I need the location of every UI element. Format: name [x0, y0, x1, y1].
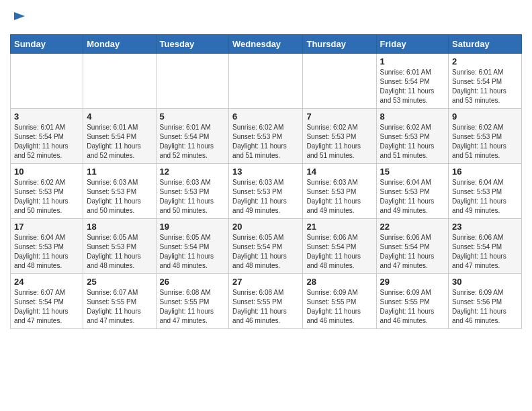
day-info: Sunrise: 6:06 AM Sunset: 5:54 PM Dayligh…: [452, 233, 518, 271]
calendar-cell: 20Sunrise: 6:05 AM Sunset: 5:54 PM Dayli…: [229, 218, 303, 273]
calendar-cell: [11, 53, 83, 108]
page: SundayMondayTuesdayWednesdayThursdayFrid…: [0, 0, 532, 339]
day-number: 29: [380, 277, 445, 287]
day-number: 30: [452, 277, 518, 287]
day-info: Sunrise: 6:02 AM Sunset: 5:53 PM Dayligh…: [306, 123, 372, 161]
calendar-header-thursday: Thursday: [303, 34, 376, 53]
calendar-cell: 23Sunrise: 6:06 AM Sunset: 5:54 PM Dayli…: [449, 218, 522, 273]
day-info: Sunrise: 6:07 AM Sunset: 5:55 PM Dayligh…: [87, 288, 152, 326]
day-info: Sunrise: 6:02 AM Sunset: 5:53 PM Dayligh…: [452, 123, 518, 161]
calendar-cell: 17Sunrise: 6:04 AM Sunset: 5:53 PM Dayli…: [11, 218, 83, 273]
calendar-week-row: 10Sunrise: 6:02 AM Sunset: 5:53 PM Dayli…: [11, 163, 522, 218]
day-info: Sunrise: 6:08 AM Sunset: 5:55 PM Dayligh…: [232, 288, 299, 326]
calendar-week-row: 17Sunrise: 6:04 AM Sunset: 5:53 PM Dayli…: [11, 218, 522, 273]
day-number: 17: [14, 222, 79, 232]
day-number: 27: [232, 277, 299, 287]
calendar-cell: 28Sunrise: 6:09 AM Sunset: 5:55 PM Dayli…: [303, 273, 376, 328]
calendar-cell: 8Sunrise: 6:02 AM Sunset: 5:53 PM Daylig…: [376, 108, 448, 163]
day-number: 7: [306, 111, 372, 122]
day-number: 5: [160, 111, 226, 122]
calendar-cell: 26Sunrise: 6:08 AM Sunset: 5:55 PM Dayli…: [156, 273, 229, 328]
calendar-table: SundayMondayTuesdayWednesdayThursdayFrid…: [10, 34, 522, 329]
calendar-cell: 3Sunrise: 6:01 AM Sunset: 5:54 PM Daylig…: [11, 108, 83, 163]
calendar-cell: 4Sunrise: 6:01 AM Sunset: 5:54 PM Daylig…: [83, 108, 156, 163]
calendar-cell: 25Sunrise: 6:07 AM Sunset: 5:55 PM Dayli…: [83, 273, 156, 328]
day-info: Sunrise: 6:03 AM Sunset: 5:53 PM Dayligh…: [87, 178, 152, 216]
calendar-cell: 11Sunrise: 6:03 AM Sunset: 5:53 PM Dayli…: [83, 163, 156, 218]
day-number: 13: [232, 167, 299, 177]
day-info: Sunrise: 6:09 AM Sunset: 5:55 PM Dayligh…: [306, 288, 372, 326]
calendar-cell: 27Sunrise: 6:08 AM Sunset: 5:55 PM Dayli…: [229, 273, 303, 328]
day-number: 26: [160, 277, 226, 287]
day-info: Sunrise: 6:01 AM Sunset: 5:54 PM Dayligh…: [87, 123, 152, 161]
calendar-cell: 1Sunrise: 6:01 AM Sunset: 5:54 PM Daylig…: [376, 53, 448, 108]
logo-flag-icon: [11, 11, 26, 26]
day-info: Sunrise: 6:04 AM Sunset: 5:53 PM Dayligh…: [14, 233, 79, 271]
calendar-cell: [303, 53, 376, 108]
calendar-cell: 6Sunrise: 6:02 AM Sunset: 5:53 PM Daylig…: [229, 108, 303, 163]
logo: [10, 11, 26, 29]
day-number: 15: [380, 167, 445, 177]
calendar-cell: 13Sunrise: 6:03 AM Sunset: 5:53 PM Dayli…: [229, 163, 303, 218]
day-number: 28: [306, 277, 372, 287]
day-number: 24: [14, 277, 79, 287]
calendar-week-row: 3Sunrise: 6:01 AM Sunset: 5:54 PM Daylig…: [11, 108, 522, 163]
calendar-cell: 10Sunrise: 6:02 AM Sunset: 5:53 PM Dayli…: [11, 163, 83, 218]
svg-marker-0: [14, 12, 25, 20]
day-info: Sunrise: 6:01 AM Sunset: 5:54 PM Dayligh…: [160, 123, 226, 161]
day-info: Sunrise: 6:01 AM Sunset: 5:54 PM Dayligh…: [452, 68, 518, 105]
day-info: Sunrise: 6:02 AM Sunset: 5:53 PM Dayligh…: [380, 123, 445, 161]
day-info: Sunrise: 6:04 AM Sunset: 5:53 PM Dayligh…: [452, 178, 518, 216]
calendar-cell: 2Sunrise: 6:01 AM Sunset: 5:54 PM Daylig…: [449, 53, 522, 108]
day-info: Sunrise: 6:09 AM Sunset: 5:55 PM Dayligh…: [380, 288, 445, 326]
day-number: 20: [232, 222, 299, 232]
day-info: Sunrise: 6:02 AM Sunset: 5:53 PM Dayligh…: [232, 123, 299, 161]
day-info: Sunrise: 6:01 AM Sunset: 5:54 PM Dayligh…: [380, 68, 445, 105]
calendar-cell: 22Sunrise: 6:06 AM Sunset: 5:54 PM Dayli…: [376, 218, 448, 273]
calendar-cell: 15Sunrise: 6:04 AM Sunset: 5:53 PM Dayli…: [376, 163, 448, 218]
day-info: Sunrise: 6:05 AM Sunset: 5:53 PM Dayligh…: [87, 233, 152, 271]
calendar-header-friday: Friday: [376, 34, 448, 53]
day-number: 10: [14, 167, 79, 177]
calendar-cell: 24Sunrise: 6:07 AM Sunset: 5:54 PM Dayli…: [11, 273, 83, 328]
day-number: 8: [380, 111, 445, 122]
calendar-header-saturday: Saturday: [449, 34, 522, 53]
calendar-cell: 30Sunrise: 6:09 AM Sunset: 5:56 PM Dayli…: [449, 273, 522, 328]
calendar-cell: 14Sunrise: 6:03 AM Sunset: 5:53 PM Dayli…: [303, 163, 376, 218]
day-info: Sunrise: 6:03 AM Sunset: 5:53 PM Dayligh…: [232, 178, 299, 216]
day-info: Sunrise: 6:01 AM Sunset: 5:54 PM Dayligh…: [14, 123, 79, 161]
day-number: 1: [380, 56, 445, 66]
day-number: 11: [87, 167, 152, 177]
calendar-header-tuesday: Tuesday: [156, 34, 229, 53]
day-info: Sunrise: 6:03 AM Sunset: 5:53 PM Dayligh…: [160, 178, 226, 216]
day-number: 14: [306, 167, 372, 177]
calendar-week-row: 24Sunrise: 6:07 AM Sunset: 5:54 PM Dayli…: [11, 273, 522, 328]
calendar-cell: 29Sunrise: 6:09 AM Sunset: 5:55 PM Dayli…: [376, 273, 448, 328]
calendar-cell: 5Sunrise: 6:01 AM Sunset: 5:54 PM Daylig…: [156, 108, 229, 163]
day-info: Sunrise: 6:08 AM Sunset: 5:55 PM Dayligh…: [160, 288, 226, 326]
day-info: Sunrise: 6:05 AM Sunset: 5:54 PM Dayligh…: [232, 233, 299, 271]
day-number: 9: [452, 111, 518, 122]
day-info: Sunrise: 6:07 AM Sunset: 5:54 PM Dayligh…: [14, 288, 79, 326]
calendar-header-row: SundayMondayTuesdayWednesdayThursdayFrid…: [11, 34, 522, 53]
day-number: 4: [87, 111, 152, 122]
calendar-cell: 9Sunrise: 6:02 AM Sunset: 5:53 PM Daylig…: [449, 108, 522, 163]
day-number: 3: [14, 111, 79, 122]
day-number: 6: [232, 111, 299, 122]
day-number: 25: [87, 277, 152, 287]
calendar-cell: [229, 53, 303, 108]
day-number: 2: [452, 56, 518, 66]
header: [10, 7, 522, 29]
day-number: 22: [380, 222, 445, 232]
calendar-cell: 18Sunrise: 6:05 AM Sunset: 5:53 PM Dayli…: [83, 218, 156, 273]
calendar-week-row: 1Sunrise: 6:01 AM Sunset: 5:54 PM Daylig…: [11, 53, 522, 108]
day-number: 12: [160, 167, 226, 177]
calendar-cell: 21Sunrise: 6:06 AM Sunset: 5:54 PM Dayli…: [303, 218, 376, 273]
day-info: Sunrise: 6:02 AM Sunset: 5:53 PM Dayligh…: [14, 178, 79, 216]
calendar-cell: 7Sunrise: 6:02 AM Sunset: 5:53 PM Daylig…: [303, 108, 376, 163]
day-info: Sunrise: 6:06 AM Sunset: 5:54 PM Dayligh…: [380, 233, 445, 271]
day-info: Sunrise: 6:03 AM Sunset: 5:53 PM Dayligh…: [306, 178, 372, 216]
calendar-cell: 19Sunrise: 6:05 AM Sunset: 5:54 PM Dayli…: [156, 218, 229, 273]
day-info: Sunrise: 6:06 AM Sunset: 5:54 PM Dayligh…: [306, 233, 372, 271]
calendar-header-wednesday: Wednesday: [229, 34, 303, 53]
